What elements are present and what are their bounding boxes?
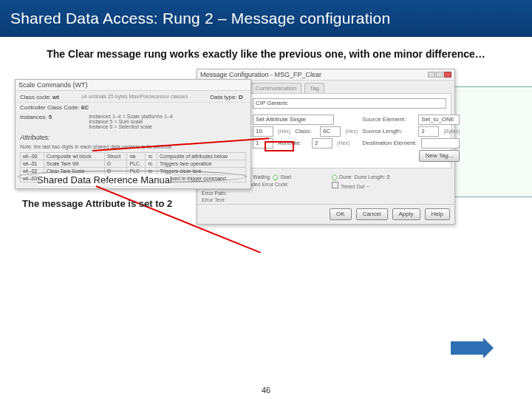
tab-tag[interactable]: Tag: [304, 83, 324, 93]
label-data-type: Data type:: [210, 94, 236, 100]
label-source-element: Source Element:: [362, 116, 414, 123]
caption-attribute-statement: The message Attribute is set to 2: [22, 198, 172, 209]
new-tag-button[interactable]: New Tag...: [419, 150, 460, 162]
input-source-length[interactable]: 2: [418, 126, 439, 137]
close-icon[interactable]: [444, 72, 451, 78]
label-instances: Instances:: [20, 114, 47, 120]
select-source-element[interactable]: Set_to_ONE: [418, 115, 460, 125]
input-class[interactable]: 6C: [320, 126, 341, 137]
slide-subtitle: The Clear message rung works exactly lik…: [0, 37, 532, 66]
value-class-code: wt: [52, 94, 59, 100]
minimize-icon[interactable]: [428, 72, 435, 78]
tab-communication[interactable]: Communication: [250, 83, 302, 93]
unit-hex: (Hex): [278, 129, 290, 134]
caption-reference-manual: Shared Data Reference Manual: [37, 174, 172, 185]
attribute-highlight-box: [265, 141, 294, 151]
status-start: Start: [280, 174, 291, 180]
page-number: 46: [0, 386, 532, 395]
label-class-code: Class code:: [20, 94, 51, 100]
label-destination: Destination Element:: [362, 140, 417, 146]
select-destination[interactable]: [421, 138, 460, 149]
maximize-icon[interactable]: [436, 72, 443, 78]
cancel-button[interactable]: Cancel: [356, 208, 388, 220]
help-button[interactable]: Help: [425, 208, 450, 220]
select-service-type[interactable]: Set Attribute Single: [253, 115, 334, 125]
dialog-title-text: Message Configuration - MSG_FP_Clear: [200, 71, 321, 78]
ok-button[interactable]: OK: [330, 208, 352, 220]
status-error-text: Error Text:: [202, 197, 320, 202]
status-done: Done: [339, 174, 352, 180]
title-bar: Shared Data Access: Rung 2 – Message con…: [0, 0, 532, 37]
content-area: Sends Clear message to clear the Floatin…: [15, 69, 517, 246]
value-instances: 5: [49, 114, 52, 120]
status-done-length: Done Length: 0: [355, 174, 390, 180]
instances-note-2: Instance 5 = Sum scale: [89, 119, 172, 124]
window-buttons: [428, 72, 451, 78]
input-attribute[interactable]: 2: [312, 138, 332, 149]
value-controller-class: 6C: [81, 104, 89, 111]
unit-hex-2: (Hex): [345, 129, 358, 134]
slide-title: Shared Data Access: Rung 2 – Message con…: [10, 10, 390, 27]
table-row: wt--00Composite wt blockStructnarcCompos…: [21, 152, 246, 160]
instances-note-1: Instances 1–4 = Scale platforms 1–4: [89, 114, 172, 119]
apply-button[interactable]: Apply: [392, 208, 420, 220]
checkbox-timedout[interactable]: [332, 182, 338, 188]
label-class: Class:: [295, 128, 316, 134]
instances-note-3: Instance 0 = Selected scale: [89, 124, 172, 129]
table-row: wt--01Scale Tare WtDPLCrcTriggers tare o…: [21, 160, 246, 167]
select-message-type[interactable]: CIP Generic: [253, 98, 446, 109]
next-arrow-icon[interactable]: [451, 341, 483, 355]
ref-dialog-title: Scale Commands (WT): [16, 80, 250, 91]
label-source-length: Source Length:: [362, 128, 414, 134]
unit-hex-3: (Hex): [337, 140, 349, 146]
label-controller-class: Controller Class Code:: [20, 104, 79, 111]
unit-bytes: (Bytes): [443, 129, 460, 134]
status-timed-out: Timed Out ←: [341, 184, 371, 189]
value-data-type: D: [239, 94, 243, 100]
status-error-path: Error Path:: [202, 191, 320, 196]
input-service-code[interactable]: 10: [253, 126, 273, 137]
